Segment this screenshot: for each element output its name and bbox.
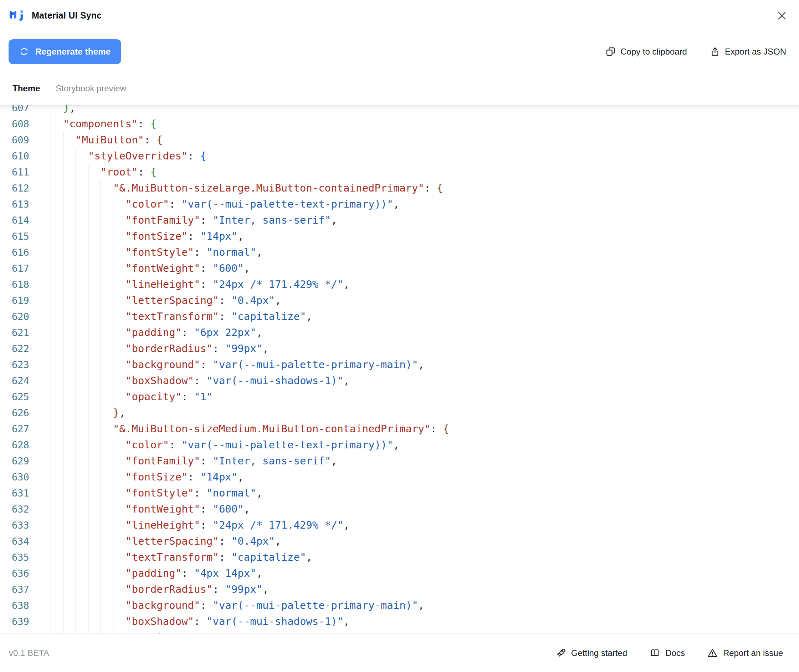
code-text: "lineHeight": "24px /* 171.429% */",: [126, 277, 350, 293]
version-badge: v0.1 BETA: [9, 648, 49, 658]
code-text: "letterSpacing": "0.4px",: [126, 293, 281, 309]
code-line: 612"&.MuiButton-sizeLarge.MuiButton-cont…: [0, 180, 799, 196]
code-text: "fontStyle": "normal",: [126, 485, 262, 501]
tab-storybook-preview[interactable]: Storybook preview: [56, 83, 126, 93]
export-icon: [710, 46, 720, 57]
code-text: "styleOverrides": {: [88, 148, 206, 164]
export-as-json-button[interactable]: Export as JSON: [710, 46, 786, 57]
code-area: 607},608"components": {609"MuiButton": {…: [0, 105, 799, 634]
code-text: "root": {: [101, 164, 157, 180]
code-line: 634"letterSpacing": "0.4px",: [0, 533, 799, 549]
close-button[interactable]: [775, 8, 789, 23]
code-line: 623"background": "var(--mui-palette-prim…: [0, 357, 799, 373]
code-line: 615"fontSize": "14px",: [0, 228, 799, 244]
line-number: 607: [0, 105, 51, 116]
code-text: "fontSize": "14px",: [126, 469, 244, 485]
report-an-issue-label: Report an issue: [723, 648, 783, 658]
code-text: "borderRadius": "99px",: [126, 341, 269, 357]
indent-guides: [51, 212, 126, 228]
line-number: 615: [0, 228, 51, 244]
code-text: "borderRadius": "99px",: [126, 581, 269, 597]
line-number: 623: [0, 357, 51, 373]
toolbar: Regenerate theme Copy to clipboard Expor…: [0, 31, 799, 72]
line-number: 618: [0, 277, 51, 293]
app-title: Material UI Sync: [32, 10, 102, 21]
indent-guides: [51, 405, 113, 421]
code-line: 627"&.MuiButton-sizeMedium.MuiButton-con…: [0, 421, 799, 437]
line-number: 627: [0, 421, 51, 437]
copy-to-clipboard-button[interactable]: Copy to clipboard: [606, 46, 687, 57]
line-number: 624: [0, 373, 51, 389]
indent-guides: [51, 228, 126, 244]
rocket-icon: [555, 647, 566, 658]
code-text: "MuiButton": {: [75, 132, 163, 148]
code-text: "opacity": "1": [126, 630, 213, 634]
indent-guides: [51, 517, 126, 533]
export-as-json-label: Export as JSON: [725, 47, 786, 57]
code-text: "letterSpacing": "0.4px",: [126, 533, 281, 549]
warning-icon: [707, 647, 718, 658]
indent-guides: [51, 325, 126, 341]
mui-logo-icon: [9, 10, 25, 21]
line-number: 617: [0, 261, 51, 277]
code-line: 608"components": {: [0, 116, 799, 132]
theme-code-editor[interactable]: 607},608"components": {609"MuiButton": {…: [0, 105, 799, 634]
code-text: "components": {: [63, 116, 157, 132]
line-number: 630: [0, 469, 51, 485]
code-text: "fontWeight": "600",: [126, 501, 250, 517]
getting-started-label: Getting started: [571, 648, 627, 658]
code-line: 609"MuiButton": {: [0, 132, 799, 148]
toolbar-actions: Copy to clipboard Export as JSON: [606, 46, 786, 57]
regenerate-theme-button[interactable]: Regenerate theme: [8, 39, 121, 64]
line-number: 640: [0, 630, 51, 634]
getting-started-link[interactable]: Getting started: [555, 647, 627, 658]
indent-guides: [51, 581, 126, 597]
indent-guides: [51, 309, 126, 325]
indent-guides: [51, 630, 126, 634]
line-number: 622: [0, 341, 51, 357]
code-line: 638"background": "var(--mui-palette-prim…: [0, 597, 799, 613]
indent-guides: [51, 341, 126, 357]
code-line: 639"boxShadow": "var(--mui-shadows-1)",: [0, 613, 799, 630]
line-number: 628: [0, 437, 51, 453]
code-text: "background": "var(--mui-palette-primary…: [126, 597, 424, 613]
code-line: 611"root": {: [0, 164, 799, 180]
indent-guides: [51, 132, 75, 148]
code-text: "boxShadow": "var(--mui-shadows-1)",: [126, 613, 350, 630]
code-text: "color": "var(--mui-palette-text-primary…: [126, 196, 400, 212]
line-number: 629: [0, 453, 51, 469]
line-number: 613: [0, 196, 51, 212]
tab-theme[interactable]: Theme: [13, 83, 40, 93]
indent-guides: [51, 164, 101, 180]
line-number: 609: [0, 132, 51, 148]
code-text: "&.MuiButton-sizeLarge.MuiButton-contain…: [113, 180, 443, 196]
regenerate-theme-label: Regenerate theme: [35, 47, 110, 57]
tab-bar: Theme Storybook preview: [0, 72, 799, 105]
indent-guides: [51, 389, 126, 405]
copy-icon: [606, 46, 616, 57]
line-number: 619: [0, 293, 51, 309]
indent-guides: [51, 293, 126, 309]
code-text: "lineHeight": "24px /* 171.429% */",: [126, 517, 350, 533]
code-text: "textTransform": "capitalize",: [126, 309, 312, 325]
copy-to-clipboard-label: Copy to clipboard: [620, 47, 687, 57]
indent-guides: [51, 180, 113, 196]
code-line: 620"textTransform": "capitalize",: [0, 309, 799, 325]
code-text: "padding": "4px 14px",: [126, 565, 262, 581]
report-an-issue-link[interactable]: Report an issue: [707, 647, 783, 658]
code-line: 632"fontWeight": "600",: [0, 501, 799, 517]
line-number: 626: [0, 405, 51, 421]
indent-guides: [51, 565, 126, 581]
indent-guides: [51, 421, 113, 437]
docs-link[interactable]: Docs: [649, 647, 685, 658]
line-number: 631: [0, 485, 51, 501]
line-number: 633: [0, 517, 51, 533]
indent-guides: [51, 148, 88, 164]
code-line: 621"padding": "6px 22px",: [0, 325, 799, 341]
footer: v0.1 BETA Getting started Docs: [0, 634, 799, 672]
line-number: 632: [0, 501, 51, 517]
line-number: 637: [0, 581, 51, 597]
header: Material UI Sync: [0, 0, 799, 31]
code-text: },: [63, 105, 75, 116]
indent-guides: [51, 357, 126, 373]
